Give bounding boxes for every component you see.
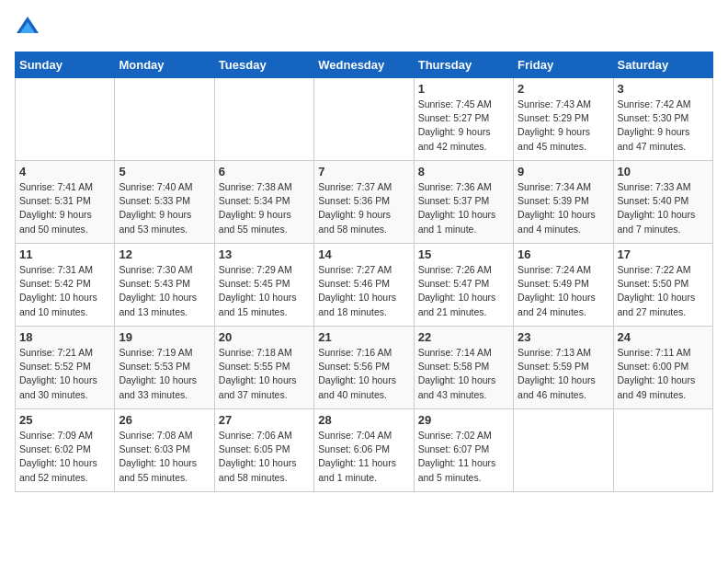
page-header [15,15,713,40]
weekday-header-row: SundayMondayTuesdayWednesdayThursdayFrid… [16,52,713,78]
day-number: 12 [119,247,210,261]
calendar-week-row: 11Sunrise: 7:31 AM Sunset: 5:42 PM Dayli… [16,244,713,327]
calendar-cell: 2Sunrise: 7:43 AM Sunset: 5:29 PM Daylig… [514,78,613,161]
day-number: 3 [618,82,709,96]
calendar-cell: 4Sunrise: 7:41 AM Sunset: 5:31 PM Daylig… [16,161,115,244]
day-info: Sunrise: 7:27 AM Sunset: 5:46 PM Dayligh… [318,263,409,319]
calendar-cell: 10Sunrise: 7:33 AM Sunset: 5:40 PM Dayli… [613,161,712,244]
day-info: Sunrise: 7:04 AM Sunset: 6:06 PM Dayligh… [318,429,409,485]
day-number: 15 [418,247,509,261]
day-number: 23 [518,330,609,344]
calendar-cell: 15Sunrise: 7:26 AM Sunset: 5:47 PM Dayli… [414,244,513,327]
calendar-cell [115,78,214,161]
day-number: 4 [19,165,110,178]
day-number: 13 [219,247,310,261]
weekday-header-tuesday: Tuesday [214,52,313,78]
day-number: 26 [119,413,210,427]
calendar-cell: 9Sunrise: 7:34 AM Sunset: 5:39 PM Daylig… [514,161,613,244]
calendar-cell [613,409,712,492]
day-info: Sunrise: 7:41 AM Sunset: 5:31 PM Dayligh… [19,180,110,236]
day-info: Sunrise: 7:13 AM Sunset: 5:59 PM Dayligh… [518,346,609,402]
day-number: 1 [418,82,509,96]
calendar-cell: 18Sunrise: 7:21 AM Sunset: 5:52 PM Dayli… [16,327,115,409]
day-info: Sunrise: 7:09 AM Sunset: 6:02 PM Dayligh… [19,429,110,485]
weekday-header-friday: Friday [514,52,613,78]
calendar-cell: 1Sunrise: 7:45 AM Sunset: 5:27 PM Daylig… [414,78,513,161]
calendar-cell: 6Sunrise: 7:38 AM Sunset: 5:34 PM Daylig… [214,161,313,244]
calendar-cell [514,409,613,492]
calendar-cell: 11Sunrise: 7:31 AM Sunset: 5:42 PM Dayli… [16,244,115,327]
calendar-cell: 14Sunrise: 7:27 AM Sunset: 5:46 PM Dayli… [314,244,414,327]
calendar-cell: 5Sunrise: 7:40 AM Sunset: 5:33 PM Daylig… [115,161,214,244]
calendar-cell: 7Sunrise: 7:37 AM Sunset: 5:36 PM Daylig… [314,161,414,244]
day-info: Sunrise: 7:24 AM Sunset: 5:49 PM Dayligh… [518,263,609,319]
day-number: 19 [119,330,210,344]
calendar-cell: 27Sunrise: 7:06 AM Sunset: 6:05 PM Dayli… [214,409,313,492]
day-info: Sunrise: 7:11 AM Sunset: 6:00 PM Dayligh… [618,346,709,402]
calendar-table: SundayMondayTuesdayWednesdayThursdayFrid… [15,52,713,492]
day-info: Sunrise: 7:40 AM Sunset: 5:33 PM Dayligh… [119,180,210,236]
day-number: 2 [518,82,609,96]
day-info: Sunrise: 7:16 AM Sunset: 5:56 PM Dayligh… [318,346,409,402]
day-info: Sunrise: 7:42 AM Sunset: 5:30 PM Dayligh… [618,98,709,154]
day-info: Sunrise: 7:43 AM Sunset: 5:29 PM Dayligh… [518,98,609,154]
logo [15,15,44,40]
day-number: 11 [19,247,110,261]
day-number: 17 [618,247,709,261]
day-number: 18 [19,330,110,344]
calendar-cell: 8Sunrise: 7:36 AM Sunset: 5:37 PM Daylig… [414,161,513,244]
calendar-cell [214,78,313,161]
calendar-cell: 20Sunrise: 7:18 AM Sunset: 5:55 PM Dayli… [214,327,313,409]
day-info: Sunrise: 7:22 AM Sunset: 5:50 PM Dayligh… [618,263,709,319]
calendar-cell: 25Sunrise: 7:09 AM Sunset: 6:02 PM Dayli… [16,409,115,492]
weekday-header-thursday: Thursday [414,52,513,78]
day-number: 21 [318,330,409,344]
day-info: Sunrise: 7:34 AM Sunset: 5:39 PM Dayligh… [518,180,609,236]
day-info: Sunrise: 7:26 AM Sunset: 5:47 PM Dayligh… [418,263,509,319]
weekday-header-sunday: Sunday [16,52,115,78]
weekday-header-saturday: Saturday [613,52,712,78]
day-number: 27 [219,413,310,427]
calendar-cell: 21Sunrise: 7:16 AM Sunset: 5:56 PM Dayli… [314,327,414,409]
day-info: Sunrise: 7:37 AM Sunset: 5:36 PM Dayligh… [318,180,409,236]
calendar-week-row: 18Sunrise: 7:21 AM Sunset: 5:52 PM Dayli… [16,327,713,409]
day-number: 16 [518,247,609,261]
calendar-cell [16,78,115,161]
calendar-cell: 3Sunrise: 7:42 AM Sunset: 5:30 PM Daylig… [613,78,712,161]
day-number: 10 [618,165,709,178]
calendar-week-row: 1Sunrise: 7:45 AM Sunset: 5:27 PM Daylig… [16,78,713,161]
day-number: 29 [418,413,509,427]
calendar-cell: 26Sunrise: 7:08 AM Sunset: 6:03 PM Dayli… [115,409,214,492]
day-number: 28 [318,413,409,427]
day-number: 24 [618,330,709,344]
calendar-cell: 16Sunrise: 7:24 AM Sunset: 5:49 PM Dayli… [514,244,613,327]
day-info: Sunrise: 7:38 AM Sunset: 5:34 PM Dayligh… [219,180,310,236]
calendar-cell: 17Sunrise: 7:22 AM Sunset: 5:50 PM Dayli… [613,244,712,327]
day-info: Sunrise: 7:36 AM Sunset: 5:37 PM Dayligh… [418,180,509,236]
calendar-cell [314,78,414,161]
day-info: Sunrise: 7:18 AM Sunset: 5:55 PM Dayligh… [219,346,310,402]
day-info: Sunrise: 7:31 AM Sunset: 5:42 PM Dayligh… [19,263,110,319]
day-info: Sunrise: 7:19 AM Sunset: 5:53 PM Dayligh… [119,346,210,402]
calendar-cell: 23Sunrise: 7:13 AM Sunset: 5:59 PM Dayli… [514,327,613,409]
day-number: 8 [418,165,509,178]
logo-icon [15,15,40,40]
day-number: 5 [119,165,210,178]
calendar-cell: 24Sunrise: 7:11 AM Sunset: 6:00 PM Dayli… [613,327,712,409]
weekday-header-wednesday: Wednesday [314,52,414,78]
day-number: 9 [518,165,609,178]
day-info: Sunrise: 7:29 AM Sunset: 5:45 PM Dayligh… [219,263,310,319]
day-info: Sunrise: 7:08 AM Sunset: 6:03 PM Dayligh… [119,429,210,485]
day-number: 25 [19,413,110,427]
calendar-cell: 13Sunrise: 7:29 AM Sunset: 5:45 PM Dayli… [214,244,313,327]
calendar-cell: 29Sunrise: 7:02 AM Sunset: 6:07 PM Dayli… [414,409,513,492]
day-number: 20 [219,330,310,344]
calendar-cell: 12Sunrise: 7:30 AM Sunset: 5:43 PM Dayli… [115,244,214,327]
day-info: Sunrise: 7:02 AM Sunset: 6:07 PM Dayligh… [418,429,509,485]
day-number: 14 [318,247,409,261]
calendar-cell: 19Sunrise: 7:19 AM Sunset: 5:53 PM Dayli… [115,327,214,409]
calendar-week-row: 4Sunrise: 7:41 AM Sunset: 5:31 PM Daylig… [16,161,713,244]
weekday-header-monday: Monday [115,52,214,78]
day-info: Sunrise: 7:45 AM Sunset: 5:27 PM Dayligh… [418,98,509,154]
day-info: Sunrise: 7:06 AM Sunset: 6:05 PM Dayligh… [219,429,310,485]
